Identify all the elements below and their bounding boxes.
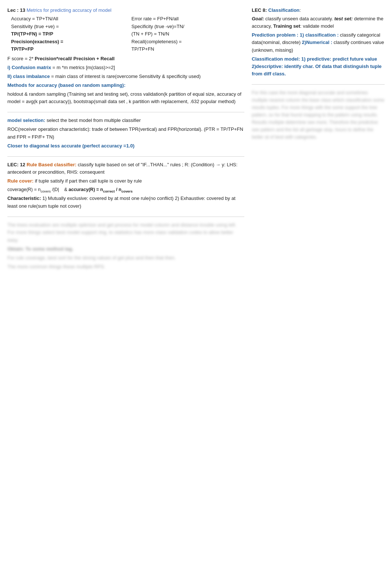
methods-body: holdout & random sampling (Training set … [7, 91, 244, 105]
metric-row-1b: Error rate = FP+FN/all [131, 15, 244, 23]
left-column: Lec : 13 Metrics for predicting accuracy… [7, 7, 244, 274]
imbalance-label: II) class imbalance [7, 74, 50, 79]
methods-line: Methods for accuracy (based on random sa… [7, 82, 244, 89]
fscore-bold: Precision*recall/ Precision + Recall [35, 56, 114, 61]
confusion-body: = m *m metrics [m(class)>=2] [51, 65, 115, 70]
lec13-description: Metrics for predicting accuracy of model [25, 7, 111, 13]
lec8-header-line: LEC 8: Classification: [252, 7, 385, 13]
model-selection-line: model selection: select the best model f… [7, 117, 244, 124]
metric-row-5a: TP/TP+FP [11, 45, 124, 53]
divider-2 [7, 156, 244, 157]
rule-cover-title: Rule cover: [7, 178, 34, 184]
right-divider-1 [252, 84, 385, 85]
fscore-line: F score = 2* Precision*recall/ Precision… [7, 55, 244, 62]
divider-1 [7, 112, 244, 112]
lec13-number: Lec : 13 [7, 7, 25, 13]
lec12-header-line: LEC: 12 Rule Based classifier: classify … [7, 161, 244, 176]
confusion-line: i) Confusion matrix = m *m metrics [m(cl… [7, 64, 244, 71]
metric-row-4a: Precision(exactness) = [11, 38, 124, 45]
metric-row-4b: Recall(completeness) = [131, 38, 244, 45]
roc-line: ROC(receiver operation characteristic): … [7, 126, 244, 140]
metric-row-3b: (TN + FP) = TN/N [131, 30, 244, 38]
goal-label: Goal: [252, 16, 264, 21]
goal-line: Goal: classify unseen data accurately. t… [252, 15, 385, 30]
rule-cover-body: if tuple satisfy if part then call tuple… [34, 178, 142, 184]
metrics-table: Accuracy = TP+TN/All Error rate = FP+FN/… [7, 15, 244, 53]
metric-row-1a: Accuracy = TP+TN/All [11, 15, 124, 23]
model-selection-section: model selection: select the best model f… [7, 117, 244, 150]
prediction-title: Prediction problem : 1) classification : [252, 32, 339, 38]
divider-3 [7, 217, 244, 217]
test-set-label: test set: [334, 16, 353, 21]
training-body: : validate model [300, 23, 334, 29]
classification-model-line: Classification model: 1) predictive: pre… [252, 55, 385, 78]
diagonal-note: Closer to diagonal less accurate (perfec… [7, 142, 244, 150]
model-selection-title: model selection: [7, 118, 45, 123]
confusion-label: i) Confusion matrix [7, 65, 51, 70]
rule-cover-line: Rule cover: if tuple satisfy if part the… [7, 177, 244, 185]
imbalance-body: = main class of interest is rare(overcom… [50, 74, 201, 79]
imbalance-line: II) class imbalance = main class of inte… [7, 73, 244, 80]
lec12-number: LEC: 12 [7, 162, 25, 167]
lec13-section: Lec : 13 Metrics for predicting accuracy… [7, 7, 244, 105]
prediction-line: Prediction problem : 1) classification :… [252, 31, 385, 54]
right-column: LEC 8: Classification: Goal: classify un… [252, 7, 385, 274]
model-selection-body: select the best model from multiple clas… [45, 118, 141, 123]
metric-row-5b: TP/TP+FN [131, 45, 244, 53]
lec8-section: LEC 8: Classification: Goal: classify un… [252, 7, 385, 78]
characteristic-line: Characteristic: 1) Mutually exclusive: c… [7, 195, 244, 210]
lec13-header: Lec : 13 Metrics for predicting accuracy… [7, 7, 244, 13]
goal-body: classify unseen data accurately. [264, 16, 334, 21]
blurred-right: For this case the more diagonal accurate… [252, 89, 385, 141]
characteristic-title: Characteristic: [7, 195, 42, 201]
lec12-section: LEC: 12 Rule Based classifier: classify … [7, 161, 244, 210]
metric-row-3a: TP/(TP+FN) = TP/P [11, 30, 124, 38]
methods-title: Methods for accuracy (based on random sa… [7, 82, 125, 88]
numerical-label: 2)Numerical : [302, 40, 332, 45]
accuracy-formula: accuracy(R) = ncorrect / ncovers [69, 187, 133, 192]
metric-row-2a: Sensitivity (true +ve) = [11, 23, 124, 30]
lec8-title: Classification [267, 7, 299, 13]
lec8-colon: : [299, 7, 301, 13]
lec8-number: LEC 8: [252, 7, 267, 13]
blurred-bottom-left: The trees evaluation are multiple optimi… [7, 221, 244, 271]
metric-row-2b: Specificity (true -ve)=TN/ [131, 23, 244, 30]
training-label: Training set [273, 23, 300, 29]
lec12-desc: Rule Based classifier: [25, 162, 76, 167]
coverage-formula-line: coverage(R) = ncovers /|D| & accuracy(R)… [7, 186, 244, 194]
